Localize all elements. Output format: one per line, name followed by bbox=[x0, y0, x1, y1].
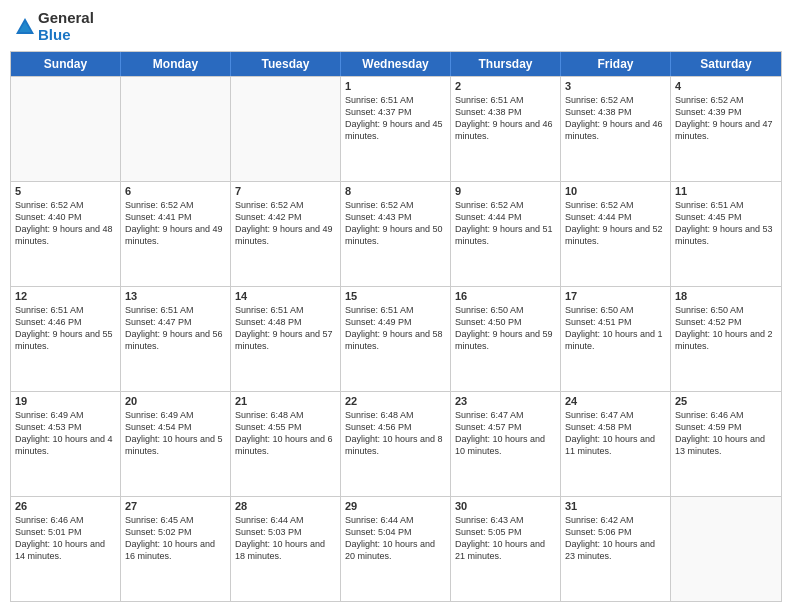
cal-header-sunday: Sunday bbox=[11, 52, 121, 76]
day-number: 22 bbox=[345, 395, 446, 407]
cal-cell: 1Sunrise: 6:51 AM Sunset: 4:37 PM Daylig… bbox=[341, 77, 451, 181]
cal-cell: 8Sunrise: 6:52 AM Sunset: 4:43 PM Daylig… bbox=[341, 182, 451, 286]
calendar: SundayMondayTuesdayWednesdayThursdayFrid… bbox=[10, 51, 782, 602]
cal-cell: 14Sunrise: 6:51 AM Sunset: 4:48 PM Dayli… bbox=[231, 287, 341, 391]
day-number: 31 bbox=[565, 500, 666, 512]
day-info: Sunrise: 6:52 AM Sunset: 4:40 PM Dayligh… bbox=[15, 199, 116, 248]
cal-cell: 24Sunrise: 6:47 AM Sunset: 4:58 PM Dayli… bbox=[561, 392, 671, 496]
day-number: 7 bbox=[235, 185, 336, 197]
day-info: Sunrise: 6:47 AM Sunset: 4:57 PM Dayligh… bbox=[455, 409, 556, 458]
day-number: 17 bbox=[565, 290, 666, 302]
day-info: Sunrise: 6:44 AM Sunset: 5:03 PM Dayligh… bbox=[235, 514, 336, 563]
cal-cell: 30Sunrise: 6:43 AM Sunset: 5:05 PM Dayli… bbox=[451, 497, 561, 601]
day-number: 30 bbox=[455, 500, 556, 512]
cal-cell: 18Sunrise: 6:50 AM Sunset: 4:52 PM Dayli… bbox=[671, 287, 781, 391]
day-number: 24 bbox=[565, 395, 666, 407]
day-info: Sunrise: 6:52 AM Sunset: 4:39 PM Dayligh… bbox=[675, 94, 777, 143]
day-info: Sunrise: 6:51 AM Sunset: 4:49 PM Dayligh… bbox=[345, 304, 446, 353]
cal-cell bbox=[11, 77, 121, 181]
day-number: 13 bbox=[125, 290, 226, 302]
cal-week-1: 1Sunrise: 6:51 AM Sunset: 4:37 PM Daylig… bbox=[11, 76, 781, 181]
cal-cell: 20Sunrise: 6:49 AM Sunset: 4:54 PM Dayli… bbox=[121, 392, 231, 496]
day-number: 15 bbox=[345, 290, 446, 302]
day-number: 29 bbox=[345, 500, 446, 512]
day-number: 12 bbox=[15, 290, 116, 302]
day-info: Sunrise: 6:51 AM Sunset: 4:45 PM Dayligh… bbox=[675, 199, 777, 248]
day-info: Sunrise: 6:52 AM Sunset: 4:44 PM Dayligh… bbox=[565, 199, 666, 248]
cal-cell bbox=[231, 77, 341, 181]
day-number: 5 bbox=[15, 185, 116, 197]
day-number: 1 bbox=[345, 80, 446, 92]
day-number: 28 bbox=[235, 500, 336, 512]
page: General Blue SundayMondayTuesdayWednesda… bbox=[0, 0, 792, 612]
cal-cell: 10Sunrise: 6:52 AM Sunset: 4:44 PM Dayli… bbox=[561, 182, 671, 286]
day-info: Sunrise: 6:51 AM Sunset: 4:48 PM Dayligh… bbox=[235, 304, 336, 353]
day-info: Sunrise: 6:49 AM Sunset: 4:54 PM Dayligh… bbox=[125, 409, 226, 458]
day-info: Sunrise: 6:46 AM Sunset: 5:01 PM Dayligh… bbox=[15, 514, 116, 563]
cal-header-tuesday: Tuesday bbox=[231, 52, 341, 76]
day-number: 3 bbox=[565, 80, 666, 92]
day-info: Sunrise: 6:52 AM Sunset: 4:41 PM Dayligh… bbox=[125, 199, 226, 248]
cal-header-thursday: Thursday bbox=[451, 52, 561, 76]
logo-icon bbox=[14, 16, 36, 38]
day-info: Sunrise: 6:42 AM Sunset: 5:06 PM Dayligh… bbox=[565, 514, 666, 563]
calendar-header-row: SundayMondayTuesdayWednesdayThursdayFrid… bbox=[11, 52, 781, 76]
cal-week-4: 19Sunrise: 6:49 AM Sunset: 4:53 PM Dayli… bbox=[11, 391, 781, 496]
day-info: Sunrise: 6:52 AM Sunset: 4:44 PM Dayligh… bbox=[455, 199, 556, 248]
cal-cell: 2Sunrise: 6:51 AM Sunset: 4:38 PM Daylig… bbox=[451, 77, 561, 181]
day-info: Sunrise: 6:50 AM Sunset: 4:51 PM Dayligh… bbox=[565, 304, 666, 353]
day-number: 19 bbox=[15, 395, 116, 407]
header: General Blue bbox=[10, 10, 782, 43]
day-number: 2 bbox=[455, 80, 556, 92]
day-number: 10 bbox=[565, 185, 666, 197]
day-info: Sunrise: 6:51 AM Sunset: 4:47 PM Dayligh… bbox=[125, 304, 226, 353]
cal-cell: 25Sunrise: 6:46 AM Sunset: 4:59 PM Dayli… bbox=[671, 392, 781, 496]
cal-cell: 15Sunrise: 6:51 AM Sunset: 4:49 PM Dayli… bbox=[341, 287, 451, 391]
day-info: Sunrise: 6:49 AM Sunset: 4:53 PM Dayligh… bbox=[15, 409, 116, 458]
day-number: 20 bbox=[125, 395, 226, 407]
day-info: Sunrise: 6:48 AM Sunset: 4:56 PM Dayligh… bbox=[345, 409, 446, 458]
logo: General Blue bbox=[14, 10, 94, 43]
day-number: 14 bbox=[235, 290, 336, 302]
logo-general: General bbox=[38, 9, 94, 26]
day-info: Sunrise: 6:52 AM Sunset: 4:42 PM Dayligh… bbox=[235, 199, 336, 248]
cal-cell: 23Sunrise: 6:47 AM Sunset: 4:57 PM Dayli… bbox=[451, 392, 561, 496]
day-number: 26 bbox=[15, 500, 116, 512]
cal-cell: 28Sunrise: 6:44 AM Sunset: 5:03 PM Dayli… bbox=[231, 497, 341, 601]
day-number: 9 bbox=[455, 185, 556, 197]
cal-week-3: 12Sunrise: 6:51 AM Sunset: 4:46 PM Dayli… bbox=[11, 286, 781, 391]
day-info: Sunrise: 6:48 AM Sunset: 4:55 PM Dayligh… bbox=[235, 409, 336, 458]
day-info: Sunrise: 6:47 AM Sunset: 4:58 PM Dayligh… bbox=[565, 409, 666, 458]
day-number: 6 bbox=[125, 185, 226, 197]
day-info: Sunrise: 6:50 AM Sunset: 4:50 PM Dayligh… bbox=[455, 304, 556, 353]
day-info: Sunrise: 6:50 AM Sunset: 4:52 PM Dayligh… bbox=[675, 304, 777, 353]
cal-header-friday: Friday bbox=[561, 52, 671, 76]
day-info: Sunrise: 6:51 AM Sunset: 4:38 PM Dayligh… bbox=[455, 94, 556, 143]
logo-blue: Blue bbox=[38, 26, 71, 43]
cal-cell: 13Sunrise: 6:51 AM Sunset: 4:47 PM Dayli… bbox=[121, 287, 231, 391]
cal-cell: 16Sunrise: 6:50 AM Sunset: 4:50 PM Dayli… bbox=[451, 287, 561, 391]
cal-cell: 26Sunrise: 6:46 AM Sunset: 5:01 PM Dayli… bbox=[11, 497, 121, 601]
day-info: Sunrise: 6:51 AM Sunset: 4:46 PM Dayligh… bbox=[15, 304, 116, 353]
cal-cell: 7Sunrise: 6:52 AM Sunset: 4:42 PM Daylig… bbox=[231, 182, 341, 286]
cal-header-saturday: Saturday bbox=[671, 52, 781, 76]
day-number: 16 bbox=[455, 290, 556, 302]
day-number: 27 bbox=[125, 500, 226, 512]
cal-cell bbox=[121, 77, 231, 181]
cal-cell: 17Sunrise: 6:50 AM Sunset: 4:51 PM Dayli… bbox=[561, 287, 671, 391]
cal-cell bbox=[671, 497, 781, 601]
day-number: 11 bbox=[675, 185, 777, 197]
day-info: Sunrise: 6:44 AM Sunset: 5:04 PM Dayligh… bbox=[345, 514, 446, 563]
day-info: Sunrise: 6:45 AM Sunset: 5:02 PM Dayligh… bbox=[125, 514, 226, 563]
day-number: 21 bbox=[235, 395, 336, 407]
day-number: 23 bbox=[455, 395, 556, 407]
cal-cell: 27Sunrise: 6:45 AM Sunset: 5:02 PM Dayli… bbox=[121, 497, 231, 601]
calendar-body: 1Sunrise: 6:51 AM Sunset: 4:37 PM Daylig… bbox=[11, 76, 781, 601]
cal-week-5: 26Sunrise: 6:46 AM Sunset: 5:01 PM Dayli… bbox=[11, 496, 781, 601]
day-number: 25 bbox=[675, 395, 777, 407]
day-info: Sunrise: 6:46 AM Sunset: 4:59 PM Dayligh… bbox=[675, 409, 777, 458]
day-number: 18 bbox=[675, 290, 777, 302]
cal-cell: 3Sunrise: 6:52 AM Sunset: 4:38 PM Daylig… bbox=[561, 77, 671, 181]
cal-cell: 4Sunrise: 6:52 AM Sunset: 4:39 PM Daylig… bbox=[671, 77, 781, 181]
day-info: Sunrise: 6:52 AM Sunset: 4:43 PM Dayligh… bbox=[345, 199, 446, 248]
